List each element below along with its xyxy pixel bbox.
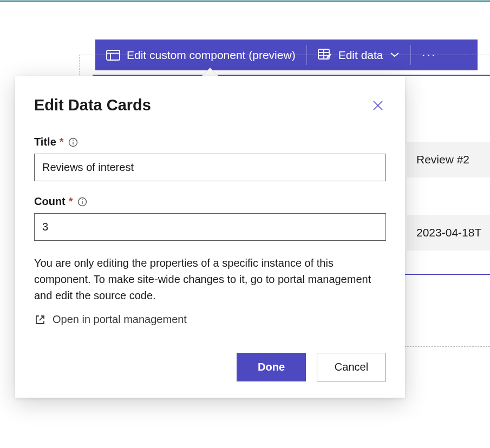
open-portal-management-label: Open in portal management [53, 313, 187, 326]
table-cell-review: Review #2 [407, 142, 490, 177]
cancel-button[interactable]: Cancel [317, 353, 386, 381]
open-portal-management-link[interactable]: Open in portal management [34, 313, 386, 326]
info-icon[interactable] [68, 137, 78, 147]
count-field-group: Count * [34, 195, 386, 241]
required-asterisk: * [69, 195, 73, 208]
dialog-title: Edit Data Cards [34, 96, 151, 114]
dialog-footer: Done Cancel [34, 353, 386, 381]
svg-line-15 [40, 316, 44, 320]
count-label-row: Count * [34, 195, 386, 208]
title-label-row: Title * [34, 136, 386, 148]
count-label: Count [34, 195, 66, 208]
helper-text: You are only editing the properties of a… [34, 255, 386, 304]
required-asterisk: * [60, 136, 64, 148]
svg-point-11 [73, 140, 74, 141]
count-input[interactable] [34, 213, 386, 241]
close-icon [372, 100, 384, 111]
done-button[interactable]: Done [237, 353, 306, 381]
title-field-group: Title * [34, 136, 386, 181]
info-icon[interactable] [77, 197, 87, 207]
title-label: Title [34, 136, 56, 148]
svg-point-14 [82, 199, 83, 200]
table-cell-date: 2023-04-18T [407, 215, 490, 251]
dialog-header: Edit Data Cards [34, 96, 386, 114]
title-input[interactable] [34, 154, 386, 181]
close-button[interactable] [370, 97, 386, 114]
external-link-icon [34, 314, 46, 326]
edit-data-cards-dialog: Edit Data Cards Title * [15, 76, 405, 398]
top-window-border [0, 0, 490, 2]
